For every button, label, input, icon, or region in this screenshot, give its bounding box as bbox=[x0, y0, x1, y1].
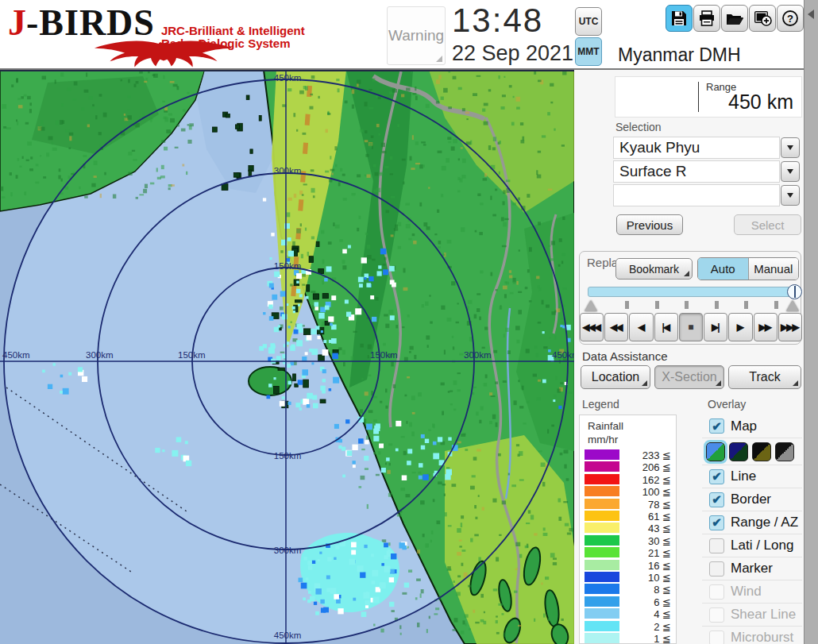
overlay-item-marker[interactable]: Marker bbox=[702, 557, 802, 580]
legend-row: 61 ≦ bbox=[580, 510, 677, 522]
range-divider bbox=[698, 82, 699, 112]
mmt-button[interactable]: MMT bbox=[575, 37, 602, 66]
checkbox[interactable]: ✔ bbox=[709, 515, 724, 530]
overlay-item-label: Wind bbox=[731, 584, 762, 600]
legend-row: 30 ≦ bbox=[580, 534, 677, 546]
product-select-field[interactable]: Surface R bbox=[613, 160, 780, 183]
option-select-field[interactable] bbox=[613, 184, 780, 206]
svg-text:300km: 300km bbox=[86, 350, 114, 360]
legend-row: 10 ≦ bbox=[580, 571, 677, 583]
add-screen-icon bbox=[753, 10, 772, 27]
range-value: 450 km bbox=[728, 91, 793, 114]
x-section-button[interactable]: X-Section bbox=[654, 365, 724, 389]
overlay-item-label: Marker bbox=[731, 561, 773, 577]
panel-collapse-rail[interactable] bbox=[804, 0, 818, 644]
replay-slider-handle[interactable] bbox=[787, 284, 802, 299]
overlay-item-border[interactable]: ✔Border bbox=[702, 488, 802, 511]
utc-button[interactable]: UTC bbox=[575, 7, 602, 36]
legend-swatch bbox=[585, 584, 619, 594]
rewind-button[interactable]: ◀◀ bbox=[604, 313, 628, 341]
map-style-swatch[interactable] bbox=[706, 442, 725, 461]
legend-swatch bbox=[585, 633, 619, 643]
tick-mark bbox=[744, 301, 748, 309]
tick-mark bbox=[655, 301, 659, 309]
option-dropdown-button[interactable] bbox=[781, 185, 800, 206]
legend-row: 6 ≦ bbox=[580, 596, 677, 607]
open-file-button[interactable] bbox=[721, 5, 748, 32]
overlay-item-range-az[interactable]: ✔Range / AZ bbox=[702, 511, 802, 534]
step-backward-button[interactable]: |◀ bbox=[654, 313, 678, 341]
location-button[interactable]: Location bbox=[581, 365, 650, 389]
checkbox bbox=[709, 607, 724, 623]
site-dropdown-button[interactable] bbox=[781, 137, 800, 158]
overlay-item-label: Microburst bbox=[731, 630, 793, 644]
replay-progress-slider[interactable] bbox=[588, 287, 796, 297]
legend-row: 100 ≦ bbox=[580, 485, 677, 497]
print-button[interactable] bbox=[693, 5, 720, 32]
svg-text:300km: 300km bbox=[274, 166, 302, 175]
stop-button[interactable]: ■ bbox=[679, 313, 703, 341]
legend-swatch bbox=[585, 596, 619, 607]
rewind-fast-button[interactable]: ◀◀◀ bbox=[580, 313, 604, 341]
site-select-field[interactable]: Kyauk Phyu bbox=[613, 137, 780, 159]
range-start-marker[interactable] bbox=[585, 300, 597, 311]
svg-text:300km: 300km bbox=[274, 546, 302, 555]
forward-button[interactable]: ▶▶ bbox=[754, 313, 777, 341]
warning-button[interactable]: Warning bbox=[387, 6, 446, 65]
save-button[interactable] bbox=[666, 5, 693, 32]
legend-swatch bbox=[585, 461, 619, 472]
tick-mark bbox=[774, 301, 778, 309]
legend-value: 233 ≦ bbox=[642, 449, 671, 461]
overlay-item-label: Map bbox=[731, 418, 757, 434]
step-forward-button[interactable]: ▶| bbox=[704, 313, 727, 341]
svg-text:450km: 450km bbox=[274, 73, 302, 83]
overlay-item-line[interactable]: ✔Line bbox=[702, 465, 802, 488]
select-button[interactable]: Select bbox=[734, 214, 801, 235]
auto-mode-button[interactable]: Auto bbox=[698, 258, 748, 280]
checkbox[interactable] bbox=[709, 538, 724, 553]
help-button[interactable]: ? bbox=[777, 5, 804, 32]
island bbox=[249, 367, 291, 395]
map-style-swatch[interactable] bbox=[729, 442, 748, 461]
legend-value: 4 ≦ bbox=[654, 608, 671, 620]
legend-panel: Rainfall mm/hr 233 ≦206 ≦162 ≦100 ≦78 ≦6… bbox=[579, 415, 677, 644]
checkbox bbox=[709, 631, 724, 644]
selection-label: Selection bbox=[615, 121, 662, 133]
manual-mode-button[interactable]: Manual bbox=[748, 258, 799, 280]
legend-row: 8 ≦ bbox=[580, 583, 677, 595]
overlay-item-label: Shear Line bbox=[731, 607, 796, 623]
tick-mark bbox=[625, 301, 629, 309]
overlay-item-map[interactable]: ✔Map bbox=[702, 415, 802, 438]
radar-map[interactable]: 450km300km150km150km300km450km450km300km… bbox=[0, 70, 574, 644]
checkbox[interactable] bbox=[709, 561, 724, 577]
play-backward-button[interactable]: ◀ bbox=[629, 313, 653, 341]
overlay-item-lati-long[interactable]: Lati / Long bbox=[702, 534, 802, 557]
checkbox[interactable]: ✔ bbox=[709, 492, 724, 507]
map-style-swatch[interactable] bbox=[775, 442, 794, 461]
legend-row: 16 ≦ bbox=[580, 559, 677, 571]
range-end-marker[interactable] bbox=[786, 300, 799, 311]
forward-fast-button[interactable]: ▶▶▶ bbox=[778, 313, 802, 341]
previous-button[interactable]: Previous bbox=[616, 214, 683, 235]
legend-row: 206 ≦ bbox=[580, 461, 677, 472]
checkbox[interactable]: ✔ bbox=[709, 469, 724, 484]
track-button[interactable]: Track bbox=[728, 365, 801, 389]
legend-row: 4 ≦ bbox=[580, 607, 677, 619]
legend-swatch bbox=[585, 523, 619, 533]
product-dropdown-button[interactable] bbox=[781, 161, 800, 182]
play-button[interactable]: ▶ bbox=[728, 313, 752, 341]
collapse-arrow-icon bbox=[808, 10, 814, 19]
checkbox[interactable]: ✔ bbox=[709, 418, 724, 434]
chevron-down-icon bbox=[787, 145, 793, 150]
chevron-down-icon bbox=[787, 193, 793, 198]
legend-value: 30 ≦ bbox=[648, 535, 671, 547]
option-select-row bbox=[613, 184, 800, 206]
svg-text:?: ? bbox=[787, 13, 793, 25]
replay-group: Replay Bookmark Auto Manual ◀◀◀◀◀◀|◀■▶|▶… bbox=[579, 251, 801, 345]
svg-text:300km: 300km bbox=[464, 350, 492, 360]
add-screen-button[interactable] bbox=[749, 5, 776, 32]
bookmark-button[interactable]: Bookmark bbox=[615, 258, 693, 280]
legend-swatch bbox=[585, 535, 619, 546]
map-style-swatch[interactable] bbox=[752, 442, 771, 461]
legend-swatch bbox=[585, 499, 619, 509]
